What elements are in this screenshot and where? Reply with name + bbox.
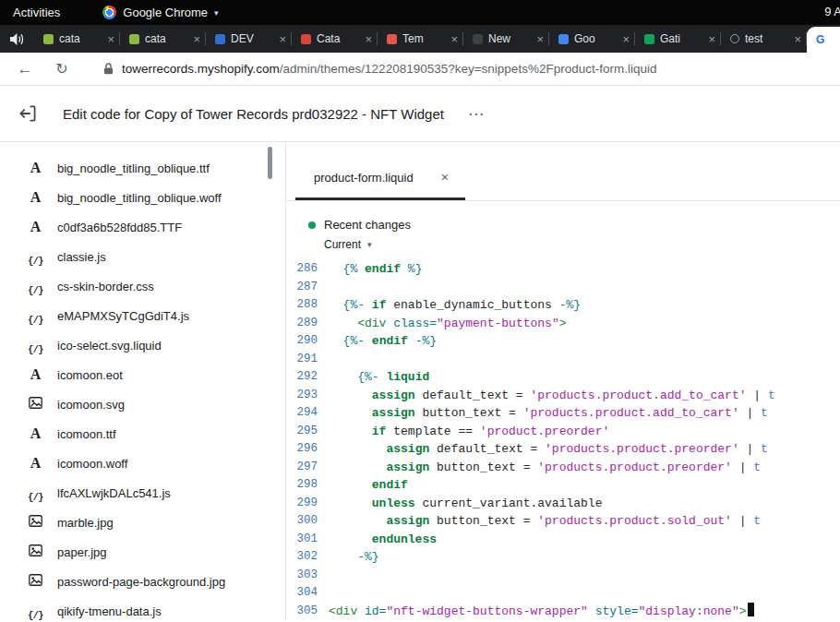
code-line[interactable]: 294 assign button_text = 'products.produ… [286, 404, 840, 423]
active-app-indicator[interactable]: Google Chrome ▾ [102, 6, 218, 19]
code-line[interactable]: 301 endunless [286, 531, 840, 549]
tab-close-icon[interactable]: × [365, 32, 372, 46]
browser-tab[interactable]: cata× [120, 25, 206, 53]
file-item[interactable]: Aicomoon.woff [0, 449, 285, 478]
font-file-icon: A [28, 425, 43, 442]
tab-close-icon[interactable]: × [622, 32, 630, 46]
file-item[interactable]: Aicomoon.eot [0, 360, 285, 389]
code-line[interactable]: 297 assign button_text = 'products.produ… [286, 459, 840, 477]
address-bar[interactable]: towerrecords.myshopify.com/admin/themes/… [122, 62, 656, 76]
editor-tab-product-form[interactable]: product-form.liquid × [295, 159, 465, 200]
line-text: {%- if enable_dynamic_buttons -%} [329, 296, 581, 315]
file-item[interactable]: {/}cs-skin-border.css [0, 271, 285, 301]
file-item[interactable]: {/}qikify-tmenu-data.js [0, 596, 285, 621]
file-name: icomoon.ttf [57, 427, 116, 441]
sidebar-scrollbar[interactable] [268, 147, 272, 179]
browser-tab[interactable]: Tem× [378, 25, 463, 53]
line-number: 288 [286, 296, 329, 315]
browser-tab[interactable]: New× [463, 25, 549, 53]
file-item[interactable]: Abig_noodle_titling_oblique.ttf [0, 153, 285, 183]
site-favicon [301, 34, 311, 44]
browser-toolbar: ← ↻ towerrecords.myshopify.com/admin/the… [0, 53, 840, 86]
browser-tab[interactable]: cata× [34, 25, 120, 53]
file-name: icomoon.woff [57, 457, 127, 471]
file-item[interactable]: password-page-background.jpg [0, 567, 285, 596]
version-dropdown-label: Current [324, 238, 361, 251]
file-name: icomoon.eot [57, 368, 123, 382]
tab-close-icon[interactable]: × [279, 32, 286, 46]
system-top-bar: Activities Google Chrome ▾ 9 A [0, 0, 840, 25]
tab-close-icon[interactable]: × [708, 32, 715, 46]
tab-close-icon[interactable]: × [441, 170, 449, 185]
system-clock[interactable]: 9 A [824, 5, 840, 18]
code-file-icon: {/} [28, 493, 43, 503]
code-line[interactable]: 296 assign default_text = 'products.prod… [286, 440, 840, 459]
tab-close-icon[interactable]: × [107, 32, 114, 46]
line-text: <div class="payment-buttons"> [329, 315, 567, 333]
code-line[interactable]: 302 -%} [286, 548, 840, 567]
browser-tab-title: test [745, 32, 788, 45]
file-item[interactable]: Abig_noodle_titling_oblique.woff [0, 183, 285, 212]
tab-close-icon[interactable]: × [450, 32, 458, 46]
browser-tab[interactable]: Cata× [292, 25, 378, 53]
code-line[interactable]: 287 [286, 279, 840, 297]
more-options-icon[interactable]: ⋯ [468, 104, 485, 124]
file-item[interactable]: marble.jpg [0, 508, 285, 537]
back-button[interactable]: ← [13, 60, 37, 78]
code-line[interactable]: 295 if template == 'product.preorder' [286, 423, 840, 441]
site-favicon [473, 34, 483, 44]
exit-code-editor-icon[interactable] [18, 103, 39, 124]
code-file-icon: {/} [28, 286, 43, 296]
code-line[interactable]: 298 endif [286, 476, 840, 495]
version-dropdown[interactable]: Current ▾ [324, 238, 840, 251]
code-line[interactable]: 305<div id="nft-widget-buttons-wrapper" … [286, 603, 840, 621]
file-item[interactable]: {/}classie.js [0, 242, 285, 271]
url-host: towerrecords.myshopify.com [122, 62, 280, 76]
code-line[interactable]: 290 {%- endif -%} [286, 332, 840, 351]
file-item[interactable]: {/}eMAPMXSyTCgGdiT4.js [0, 301, 285, 330]
code-line[interactable]: 292 {%- liquid [286, 368, 840, 387]
browser-tab[interactable]: G [807, 27, 840, 53]
line-number: 291 [286, 351, 329, 369]
tab-close-icon[interactable]: × [193, 32, 200, 46]
font-file-icon: A [28, 219, 43, 235]
file-item[interactable]: {/}lfcAXLwjkDALc541.js [0, 478, 285, 508]
code-line[interactable]: 293 assign default_text = 'products.prod… [286, 387, 840, 405]
browser-tab-title: Tem [402, 32, 445, 45]
browser-tab[interactable]: test× [721, 25, 807, 53]
code-editor-panel: product-form.liquid × Recent changes Cur… [286, 142, 840, 621]
code-line[interactable]: 289 <div class="payment-buttons"> [286, 315, 840, 333]
image-file-icon [28, 515, 43, 530]
file-item[interactable]: Ac0df3a6b528fdd85.TTF [0, 212, 285, 242]
file-item[interactable]: Aicomoon.ttf [0, 419, 285, 449]
file-item[interactable]: icomoon.svg [0, 389, 285, 419]
code-file-icon: {/} [28, 611, 43, 621]
browser-tab[interactable]: Gati× [635, 25, 721, 53]
activities-button[interactable]: Activities [0, 0, 73, 25]
file-item[interactable]: {/}ico-select.svg.liquid [0, 330, 285, 360]
code-line[interactable]: 304 [286, 584, 840, 603]
code-line[interactable]: 291 [286, 351, 840, 369]
dev-favicon [215, 34, 225, 44]
code-line[interactable]: 286 {% endif %} [286, 260, 840, 279]
code-editor[interactable]: 286 {% endif %}287288 {%- if enable_dyna… [286, 260, 840, 620]
code-line[interactable]: 300 assign button_text = 'products.produ… [286, 512, 840, 531]
browser-tab[interactable]: DEV× [206, 25, 292, 53]
code-line[interactable]: 288 {%- if enable_dynamic_buttons -%} [286, 296, 840, 315]
file-item[interactable]: paper.jpg [0, 537, 285, 567]
file-name: lfcAXLwjkDALc541.js [57, 486, 171, 500]
line-number: 299 [286, 495, 329, 513]
line-text: {%- liquid [329, 368, 429, 387]
reload-button[interactable]: ↻ [50, 60, 74, 78]
code-line[interactable]: 303 [286, 567, 840, 585]
line-number: 293 [286, 387, 329, 405]
tab-close-icon[interactable]: × [794, 32, 801, 46]
file-name: c0df3a6b528fdd85.TTF [57, 221, 182, 234]
browser-tab[interactable]: Goo× [549, 25, 635, 53]
tab-close-icon[interactable]: × [536, 32, 544, 46]
code-line[interactable]: 299 unless current_variant.available [286, 495, 840, 513]
line-text: endunless [329, 531, 437, 549]
file-name: qikify-tmenu-data.js [57, 604, 162, 618]
padlock-icon[interactable] [103, 63, 114, 75]
file-name: password-page-background.jpg [57, 575, 225, 589]
